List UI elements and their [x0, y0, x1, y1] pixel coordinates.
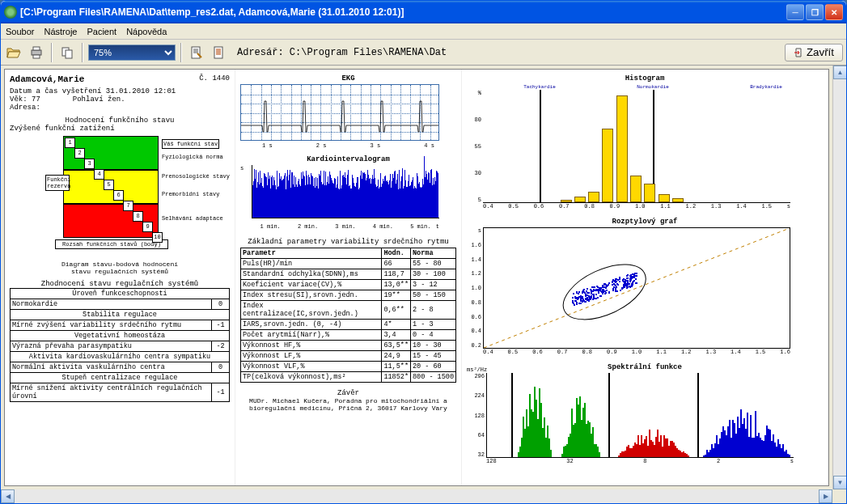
load-line: Zvýšené funkční zatížení	[10, 125, 230, 133]
state-diagram: Váš funkční stav Fyziologická norma Pren…	[23, 136, 217, 257]
histogram-chart	[483, 90, 790, 203]
svg-line-7	[484, 228, 790, 348]
scroll-right-icon[interactable]: ▶	[819, 489, 832, 503]
patient-id: Č. 1440	[199, 74, 230, 84]
report-col-middle: EKG 1 s2 s3 s4 s Kardiointervalogram s t…	[235, 70, 462, 485]
minimize-button[interactable]: ─	[786, 4, 804, 20]
diag-caption1: Diagram stavu-bodová hodnocení	[10, 260, 230, 268]
svg-rect-1	[33, 47, 40, 50]
patient-address: Adresa:	[10, 104, 230, 112]
toolbar: 75% Adresář: C:\Program Files\RAMENA\Dat…	[1, 40, 846, 66]
window-close-button[interactable]: ✕	[825, 4, 843, 20]
patient-name: Adamcová,Marie	[10, 74, 84, 84]
section-reg-eval: Zhodnocení stavu regulačních systémů	[10, 280, 230, 288]
content-area: Adamcová,Marie Č. 1440 Datum a čas vyšet…	[1, 66, 846, 489]
scroll-down-icon[interactable]: ▼	[833, 476, 846, 489]
window-title: [C:\Program Files\RAMENA\Dat\temp_res2.d…	[20, 6, 786, 18]
report-page: Adamcová,Marie Č. 1440 Datum a čas vyšet…	[4, 69, 829, 486]
patient-sex: Pohlaví žen.	[73, 95, 125, 104]
report-col-left: Adamcová,Marie Č. 1440 Datum a čas vyšet…	[5, 70, 235, 485]
ekg-chart	[240, 84, 439, 141]
spectrum-chart	[486, 373, 794, 458]
kig-chart: s t 1 min.2 min.3 min.4 min.5 min.	[240, 165, 439, 230]
doctor-line2: bioregulační medicínu, Příčná 2, 36017 K…	[240, 404, 456, 412]
report-col-right: Histogram TachykardieNormokardieBradykar…	[462, 70, 828, 485]
svg-rect-0	[32, 50, 41, 55]
ekg-title: EKG	[240, 74, 456, 83]
menu-patient[interactable]: Pacient	[87, 27, 116, 36]
zoom-select[interactable]: 75%	[88, 44, 176, 61]
patient-age: Věk: 77	[10, 95, 40, 104]
doctor-line1: MUDr. Michael Kučera, Poradna pro mitoch…	[240, 397, 456, 404]
exit-icon	[794, 48, 803, 57]
conclusion-title: Závěr	[240, 389, 456, 397]
menu-tools[interactable]: Nástroje	[44, 27, 77, 36]
scroll-left-icon[interactable]: ◀	[1, 489, 15, 503]
exam-datetime: Datum a čas vyšetření 31.01.2010 12:01	[10, 87, 230, 95]
print-icon[interactable]	[27, 43, 46, 62]
close-button[interactable]: Zavřít	[785, 44, 843, 61]
scroll-up-icon[interactable]: ▲	[833, 66, 846, 79]
scatter-chart	[483, 227, 790, 349]
svg-rect-4	[66, 50, 72, 58]
vertical-scrollbar[interactable]: ▲ ▼	[832, 66, 846, 489]
menu-file[interactable]: Soubor	[6, 27, 34, 36]
params-title: Základní parametry variability srdečního…	[240, 238, 456, 246]
app-window: [C:\Program Files\RAMENA\Dat\temp_res2.d…	[0, 0, 847, 504]
copy-icon[interactable]	[57, 43, 77, 62]
horizontal-scrollbar[interactable]: ◀ ▶	[1, 489, 832, 503]
diag-caption2: stavu regulačních systémů	[10, 268, 230, 275]
spectrum-title: Spektrální funkce	[467, 363, 823, 371]
app-icon	[4, 6, 17, 19]
menubar: Soubor Nástroje Pacient Nápověda	[1, 23, 846, 40]
titlebar: [C:\Program Files\RAMENA\Dat\temp_res2.d…	[1, 1, 846, 23]
svg-rect-2	[33, 55, 40, 58]
section-func-state: Hodnocení funkčního stavu	[10, 116, 230, 125]
maximize-button[interactable]: ❐	[806, 4, 824, 20]
menu-help[interactable]: Nápověda	[126, 27, 167, 36]
histogram-title: Histogram	[467, 74, 823, 83]
params-table: ParametrHodn.NormaPuls(HR)/min6655 - 80S…	[240, 248, 456, 383]
assessment-table: Úroveň funkceschopnostiNormokardie0Stabi…	[10, 288, 230, 402]
address-label: Adresář: C:\Program Files\RAMENA\Dat	[237, 47, 447, 58]
scatter-title: Rozptylový graf	[467, 218, 823, 226]
page-refresh-icon[interactable]	[210, 43, 229, 62]
open-icon[interactable]	[4, 43, 23, 62]
page-edit-icon[interactable]	[187, 43, 206, 62]
